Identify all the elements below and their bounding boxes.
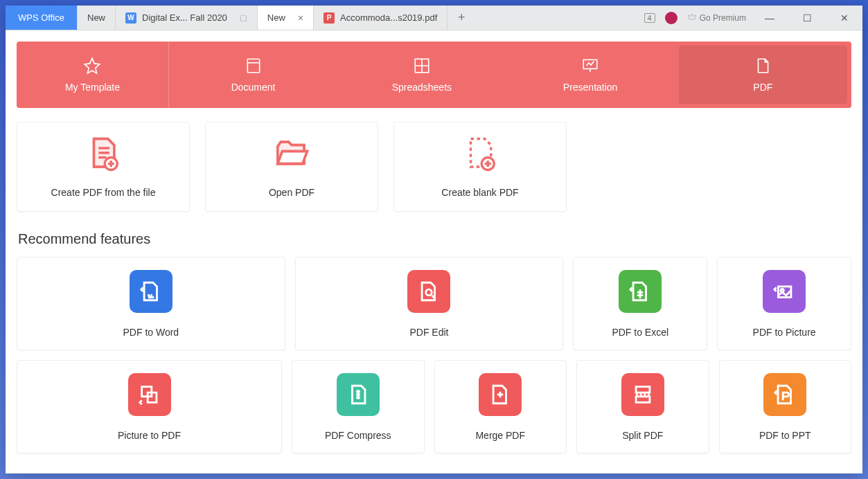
tab-doc-fall-2020[interactable]: W Digital Ex... Fall 2020 ◻ xyxy=(116,6,258,30)
feature-label: Merge PDF xyxy=(475,430,525,441)
pdf-compress-icon xyxy=(337,373,380,416)
feature-label: PDF Edit xyxy=(409,327,448,338)
feature-label: PDF to Picture xyxy=(753,327,816,338)
split-pdf-card[interactable]: Split PDF xyxy=(576,360,709,453)
add-tab-button[interactable]: + xyxy=(448,6,475,30)
blank-file-plus-icon xyxy=(461,136,499,176)
tab-aux-icon: ◻ xyxy=(240,12,247,23)
content: My Template Document Spreadsheets Presen… xyxy=(6,30,862,473)
create-blank-pdf-card[interactable]: Create blank PDF xyxy=(393,122,567,212)
section-title: Recommend features xyxy=(18,231,851,247)
feature-label: PDF to Excel xyxy=(612,327,668,338)
features-row-1: PDF to Word PDF Edit PDF to Excel PDF to… xyxy=(17,257,851,350)
go-premium-button[interactable]: Go Premium xyxy=(687,13,746,23)
svg-point-5 xyxy=(426,289,432,296)
document-icon xyxy=(245,57,263,75)
picture-to-pdf-icon xyxy=(128,373,171,416)
folder-open-icon xyxy=(273,136,310,176)
tab-label: New xyxy=(267,12,285,23)
star-icon xyxy=(82,57,102,75)
merge-pdf-card[interactable]: Merge PDF xyxy=(434,360,567,453)
merge-pdf-icon xyxy=(479,373,522,416)
grid-icon xyxy=(413,57,431,75)
card-label: Create PDF from the file xyxy=(51,187,156,198)
pdf-icon xyxy=(754,57,772,75)
category-spreadsheets[interactable]: Spreadsheets xyxy=(337,42,506,108)
tab-new-1[interactable]: New xyxy=(78,6,116,30)
category-label: Presentation xyxy=(563,82,618,93)
pdf-edit-card[interactable]: PDF Edit xyxy=(295,257,564,350)
titlebar: WPS Office New W Digital Ex... Fall 2020… xyxy=(6,6,862,30)
tab-label: Accommoda...s2019.pdf xyxy=(340,12,437,23)
feature-label: PDF Compress xyxy=(325,430,391,441)
features-row-2: Picture to PDF PDF Compress Merge PDF Sp… xyxy=(17,360,851,453)
category-label: PDF xyxy=(753,82,772,93)
quick-actions-row: Create PDF from the file Open PDF Create… xyxy=(17,122,851,212)
category-presentation[interactable]: Presentation xyxy=(506,42,674,108)
create-pdf-from-file-card[interactable]: Create PDF from the file xyxy=(17,122,190,212)
feature-label: Picture to PDF xyxy=(118,430,181,441)
tab-label: Digital Ex... Fall 2020 xyxy=(142,12,227,23)
picture-to-pdf-card[interactable]: Picture to PDF xyxy=(17,360,282,453)
category-document[interactable]: Document xyxy=(169,42,337,108)
premium-label: Go Premium xyxy=(700,13,746,23)
template-category-bar: My Template Document Spreadsheets Presen… xyxy=(17,42,851,108)
split-pdf-icon xyxy=(621,373,664,416)
category-label: Document xyxy=(231,82,276,93)
app-window: WPS Office New W Digital Ex... Fall 2020… xyxy=(6,6,862,473)
pdf-to-picture-icon xyxy=(763,270,806,313)
pdf-to-word-icon xyxy=(130,270,172,313)
category-my-template[interactable]: My Template xyxy=(17,42,169,108)
minimize-button[interactable]: — xyxy=(756,12,783,24)
crown-icon xyxy=(687,13,697,23)
svg-rect-9 xyxy=(636,386,650,392)
pdf-to-picture-card[interactable]: PDF to Picture xyxy=(717,257,851,350)
svg-rect-10 xyxy=(636,396,650,402)
maximize-button[interactable]: ☐ xyxy=(793,12,821,24)
svg-rect-0 xyxy=(247,59,259,73)
tab-label: New xyxy=(87,12,105,23)
doc-type-icon: W xyxy=(125,12,136,24)
app-tab[interactable]: WPS Office xyxy=(6,6,78,30)
feature-label: PDF to Word xyxy=(123,327,179,338)
pdf-to-word-card[interactable]: PDF to Word xyxy=(17,257,285,350)
presentation-icon xyxy=(581,57,600,75)
pdf-edit-icon xyxy=(407,270,450,313)
tab-new-active[interactable]: New × xyxy=(258,6,314,30)
file-plus-icon xyxy=(85,136,122,176)
category-label: My Template xyxy=(65,82,120,93)
title-tools: 4 Go Premium — ☐ ✕ xyxy=(640,6,862,30)
pdf-to-excel-icon xyxy=(619,270,662,313)
open-pdf-card[interactable]: Open PDF xyxy=(205,122,378,212)
doc-count-badge[interactable]: 4 xyxy=(644,13,655,23)
category-label: Spreadsheets xyxy=(392,82,452,93)
avatar[interactable] xyxy=(665,12,677,24)
app-label: WPS Office xyxy=(18,12,64,23)
pdf-to-ppt-card[interactable]: PDF to PPT xyxy=(719,360,852,453)
feature-label: Split PDF xyxy=(622,430,663,441)
close-icon[interactable]: × xyxy=(298,13,303,23)
tab-accommodations-pdf[interactable]: P Accommoda...s2019.pdf xyxy=(314,6,448,30)
close-button[interactable]: ✕ xyxy=(831,12,858,24)
card-label: Open PDF xyxy=(269,187,315,198)
category-pdf[interactable]: PDF xyxy=(679,46,847,104)
pdf-to-ppt-icon xyxy=(763,373,806,416)
pdf-type-icon: P xyxy=(324,12,335,24)
feature-label: PDF to PPT xyxy=(759,430,811,441)
card-label: Create blank PDF xyxy=(441,187,518,198)
pdf-compress-card[interactable]: PDF Compress xyxy=(292,360,425,453)
pdf-to-excel-card[interactable]: PDF to Excel xyxy=(573,257,707,350)
